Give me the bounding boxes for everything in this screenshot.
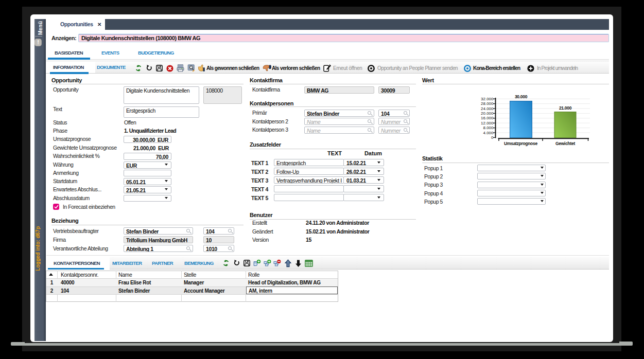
svg-text:4.000: 4.000 [483, 131, 494, 135]
svg-text:12.000: 12.000 [481, 121, 494, 125]
svg-text:21.000: 21.000 [559, 105, 572, 111]
svg-text:24.000: 24.000 [481, 106, 494, 111]
svg-text:20.000: 20.000 [481, 111, 494, 116]
svg-text:Gewichtet: Gewichtet [555, 141, 575, 146]
svg-text:8.000: 8.000 [483, 125, 494, 130]
svg-text:16.000: 16.000 [481, 116, 494, 120]
svg-text:32.000: 32.000 [481, 97, 494, 101]
svg-text:30.000: 30.000 [515, 94, 528, 99]
svg-text:28.000: 28.000 [481, 101, 494, 106]
svg-text:Umsatzprognose: Umsatzprognose [504, 141, 537, 146]
